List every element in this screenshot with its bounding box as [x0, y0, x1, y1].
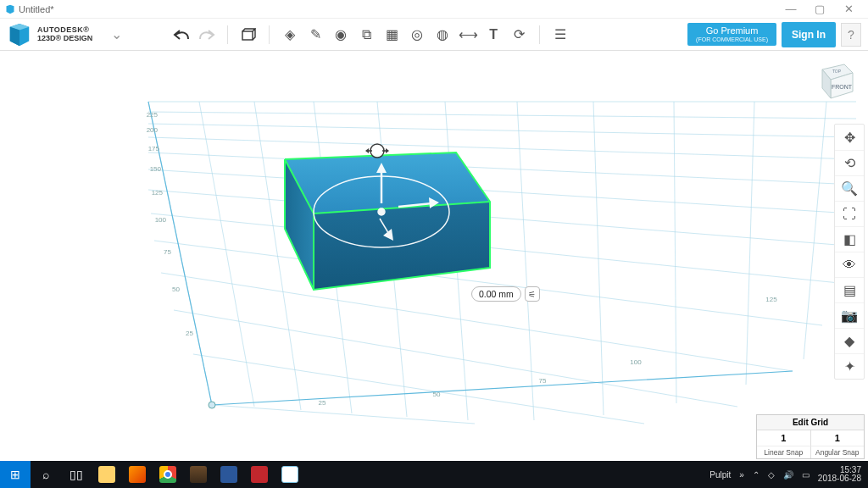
search-taskbar-button[interactable]: ⌕ [31, 461, 61, 488]
taskbar-clock[interactable]: 15:37 2018-06-28 [818, 466, 861, 484]
angular-snap-input[interactable] [811, 430, 865, 446]
svg-line-25 [674, 102, 676, 403]
orbit-tool-button[interactable]: ⟲ [835, 150, 864, 175]
toolbar-separator [227, 25, 228, 44]
sign-in-button[interactable]: Sign In [782, 22, 836, 47]
svg-marker-57 [386, 148, 389, 153]
go-premium-label: Go Premium [706, 25, 759, 36]
materials-button[interactable]: ☰ [550, 25, 570, 45]
solid-tool-button[interactable]: ◍ [432, 25, 453, 45]
go-premium-button[interactable]: Go Premium (FOR COMMERCIAL USE) [687, 23, 776, 46]
svg-text:50: 50 [433, 391, 441, 398]
toggle-sketch-button[interactable]: ✦ [835, 353, 864, 379]
linear-snap-input[interactable] [757, 430, 810, 446]
grouping-button[interactable]: ▦ [381, 25, 402, 45]
ruler-settings-icon[interactable]: ⚟ [525, 286, 540, 302]
svg-line-26 [746, 102, 754, 385]
window-titlebar: Untitled* — ▢ ✕ [0, 0, 868, 19]
grid-plane: 225 200 175 150 125 100 75 50 25 25 50 7… [0, 51, 868, 461]
svg-rect-3 [242, 31, 253, 40]
app-logo-icon [5, 4, 15, 14]
shade-mode-button[interactable]: ◧ [835, 226, 864, 252]
taskbar-app-freecad[interactable] [183, 461, 214, 488]
svg-text:150: 150 [150, 165, 162, 173]
taskview-button[interactable]: ▯▯ [61, 461, 92, 488]
tray-lang-icon[interactable]: ▭ [802, 470, 810, 480]
svg-point-54 [378, 208, 385, 215]
svg-text:125: 125 [765, 296, 777, 303]
svg-line-8 [148, 152, 856, 185]
svg-line-16 [212, 405, 475, 424]
combine-button[interactable]: ◎ [407, 25, 427, 45]
help-button[interactable]: ? [841, 23, 861, 47]
screenshot-button[interactable]: 📷 [835, 302, 864, 328]
brand-logo-icon [7, 22, 32, 47]
primitives-button[interactable] [238, 25, 259, 45]
zoom-tool-button[interactable]: 🔍 [835, 175, 864, 201]
svg-text:175: 175 [148, 145, 160, 152]
fit-tool-button[interactable]: ⛶ [835, 201, 864, 226]
display-grid-button[interactable]: ▤ [835, 277, 864, 302]
svg-line-11 [151, 214, 839, 283]
svg-text:200: 200 [147, 126, 159, 134]
svg-line-10 [148, 190, 848, 246]
taskbar-app-pdf[interactable] [244, 461, 275, 488]
measure-button[interactable]: ⟷ [458, 25, 478, 45]
svg-text:FRONT: FRONT [832, 84, 853, 90]
text-button[interactable]: T [483, 25, 504, 45]
svg-line-18 [199, 102, 254, 407]
modify-button[interactable]: ◉ [331, 25, 351, 45]
redo-button[interactable] [197, 25, 217, 45]
tray-network-icon[interactable]: ⌃ [753, 470, 760, 480]
taskbar-app-firefox[interactable] [122, 461, 153, 488]
svg-line-23 [517, 102, 534, 420]
svg-line-15 [193, 354, 644, 424]
brand-line2: 123D® DESIGN [37, 35, 92, 42]
start-button[interactable]: ⊞ [0, 461, 31, 488]
viewport-3d[interactable]: 225 200 175 150 125 100 75 50 25 25 50 7… [0, 51, 868, 461]
visibility-button[interactable]: 👁 [835, 252, 864, 277]
window-close-button[interactable]: ✕ [834, 3, 863, 15]
tray-overflow-icon[interactable]: » [739, 470, 744, 480]
taskbar-app-explorer[interactable] [92, 461, 122, 488]
view-cube[interactable]: FRONT TOP [814, 58, 858, 102]
svg-point-58 [209, 402, 215, 408]
sketch-button[interactable]: ◈ [280, 25, 300, 45]
tray-volume-icon[interactable]: 🔊 [783, 470, 793, 480]
window-minimize-button[interactable]: — [776, 3, 805, 15]
clock-date: 2018-06-28 [818, 474, 861, 484]
svg-marker-56 [365, 148, 369, 153]
svg-text:100: 100 [630, 358, 642, 366]
taskbar-app-chrome[interactable] [153, 461, 183, 488]
taskbar-app-123d[interactable] [275, 461, 305, 488]
pattern-button[interactable]: ⧉ [356, 25, 376, 45]
snap-button[interactable]: ⟳ [509, 25, 529, 45]
construct-button[interactable]: ✎ [305, 25, 326, 45]
angular-snap-label: Angular Snap [811, 446, 865, 458]
svg-line-29 [212, 371, 793, 405]
undo-button[interactable] [171, 25, 192, 45]
svg-line-6 [148, 124, 856, 137]
go-premium-sublabel: (FOR COMMERCIAL USE) [696, 36, 768, 43]
snap-panel: Edit Grid Linear Snap Angular Snap [756, 414, 865, 459]
window-title: Untitled* [19, 4, 776, 14]
material-view-button[interactable]: ◆ [835, 328, 864, 353]
brand-block: AUTODESK® 123D® DESIGN [7, 22, 92, 47]
move-distance-value[interactable]: 0.00 mm [471, 286, 521, 302]
app-menu-chevron-icon[interactable]: ⌄ [106, 26, 127, 42]
toolbar-separator [539, 25, 540, 44]
svg-text:75: 75 [164, 248, 171, 256]
taskbar-app-word[interactable] [214, 461, 244, 488]
tray-wifi-icon[interactable]: ◇ [768, 470, 775, 480]
toolbar-separator [269, 25, 270, 44]
window-maximize-button[interactable]: ▢ [805, 3, 834, 15]
tray-label[interactable]: Pulpit [709, 470, 731, 480]
pan-tool-button[interactable]: ✥ [835, 125, 864, 150]
svg-text:225: 225 [147, 111, 159, 119]
navigation-toolbar: ✥ ⟲ 🔍 ⛶ ◧ 👁 ▤ 📷 ◆ ✦ [834, 124, 865, 380]
main-toolbar: AUTODESK® 123D® DESIGN ⌄ ◈ ✎ ◉ ⧉ ▦ ◎ ◍ ⟷… [0, 19, 868, 51]
svg-text:75: 75 [539, 377, 547, 385]
snap-panel-header[interactable]: Edit Grid [757, 415, 864, 430]
windows-taskbar: ⊞ ⌕ ▯▯ Pulpit » ⌃ ◇ 🔊 ▭ 15:37 2018-06-28 [0, 461, 868, 488]
svg-text:25: 25 [186, 330, 193, 337]
